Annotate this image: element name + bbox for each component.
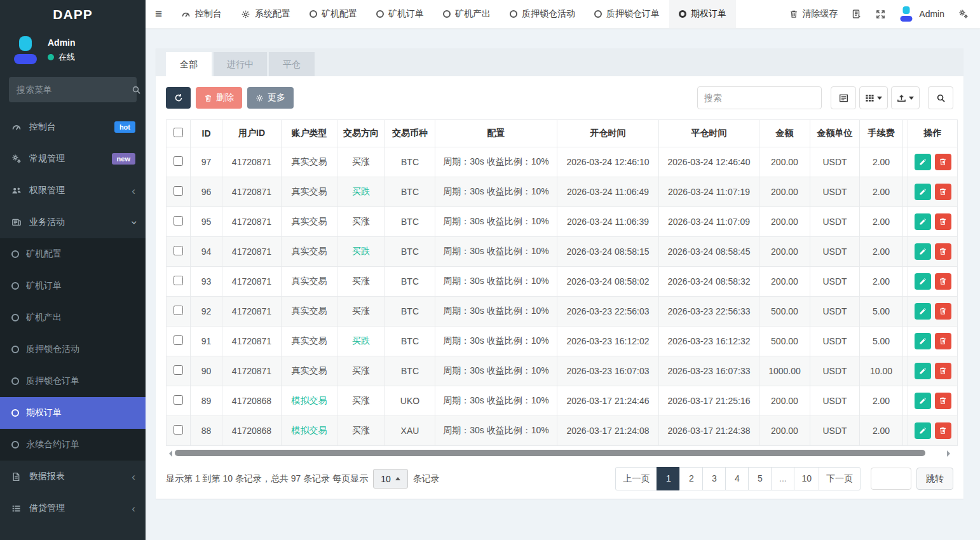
- row-delete-button[interactable]: [935, 393, 951, 409]
- scroll-right-icon[interactable]: [947, 450, 953, 457]
- search-icon[interactable]: [132, 85, 141, 95]
- row-checkbox[interactable]: [174, 335, 183, 345]
- row-delete-button[interactable]: [935, 273, 951, 290]
- pencil-icon: [919, 427, 927, 435]
- sidebar-item-business[interactable]: 业务活动 ‹: [0, 206, 146, 238]
- edit-button[interactable]: [915, 393, 931, 409]
- row-delete-button[interactable]: [935, 363, 951, 379]
- page-number[interactable]: 2: [679, 467, 703, 490]
- clear-cache-button[interactable]: 清除缓存: [789, 8, 838, 20]
- page-number[interactable]: 3: [702, 467, 726, 490]
- sidebar-subitem[interactable]: 矿机配置: [0, 238, 146, 270]
- page-next[interactable]: 下一页: [819, 467, 861, 490]
- page-number[interactable]: 10: [794, 467, 819, 490]
- edit-button[interactable]: [915, 422, 931, 439]
- edit-button[interactable]: [915, 154, 931, 170]
- row-delete-button[interactable]: [935, 422, 951, 439]
- sidebar-item-dashboard[interactable]: 控制台 hot: [0, 111, 146, 143]
- topnav-item[interactable]: 矿机配置: [300, 0, 367, 28]
- export-button[interactable]: [891, 86, 920, 109]
- cell-amount: 500.00: [759, 327, 810, 356]
- sidebar-subitem[interactable]: 永续合约订单: [0, 429, 146, 461]
- sidebar-subitem[interactable]: 质押锁仓订单: [0, 365, 146, 397]
- circle-icon: [11, 346, 19, 353]
- row-checkbox[interactable]: [174, 186, 183, 196]
- delete-button[interactable]: 删除: [196, 87, 242, 109]
- row-delete-button[interactable]: [935, 303, 951, 320]
- tab[interactable]: 全部: [166, 52, 212, 76]
- sidebar: DAPP Admin 在线 控制台 hot 常规管理 new 权限管理 ‹: [0, 0, 146, 540]
- more-button[interactable]: 更多: [247, 87, 294, 109]
- row-checkbox[interactable]: [174, 365, 183, 375]
- sidebar-item-general[interactable]: 常规管理 new: [0, 143, 146, 175]
- row-delete-button[interactable]: [935, 213, 951, 230]
- sidebar-subitem[interactable]: 矿机订单: [0, 270, 146, 302]
- edit-button[interactable]: [915, 273, 931, 290]
- refresh-button[interactable]: [166, 87, 191, 109]
- sidebar-item-permissions[interactable]: 权限管理 ‹: [0, 175, 146, 206]
- row-checkbox[interactable]: [174, 156, 183, 166]
- log-icon[interactable]: [852, 9, 862, 19]
- topnav-item[interactable]: 控制台: [172, 0, 231, 28]
- page-prev[interactable]: 上一页: [615, 467, 657, 490]
- page-size-select[interactable]: 10: [373, 469, 408, 489]
- sidebar-item-lending[interactable]: 借贷管理 ‹: [0, 492, 146, 524]
- row-delete-button[interactable]: [935, 154, 951, 170]
- fullscreen-icon[interactable]: [876, 10, 885, 19]
- tab[interactable]: 进行中: [214, 52, 267, 76]
- edit-button[interactable]: [915, 333, 931, 349]
- cell-account: 真实交易: [282, 177, 337, 207]
- jump-button[interactable]: 跳转: [916, 468, 953, 490]
- edit-button[interactable]: [915, 303, 931, 320]
- sidebar-subitem[interactable]: 质押锁仓活动: [0, 334, 146, 365]
- row-checkbox[interactable]: [174, 306, 183, 315]
- cell-coin: BTC: [385, 267, 435, 297]
- page-number[interactable]: 4: [725, 467, 749, 490]
- detail-view-button[interactable]: [831, 86, 856, 109]
- table-search-input[interactable]: [697, 86, 822, 109]
- select-all-checkbox[interactable]: [174, 128, 183, 137]
- table-row: 9541720871真实交易买涨BTC周期：30s 收益比例：10%2026-0…: [167, 207, 958, 237]
- jump-page-input[interactable]: [871, 468, 911, 490]
- advanced-search-button[interactable]: [928, 86, 953, 109]
- row-delete-button[interactable]: [935, 333, 951, 349]
- row-delete-button[interactable]: [935, 184, 951, 200]
- scroll-left-icon[interactable]: [166, 450, 172, 457]
- edit-button[interactable]: [915, 243, 931, 260]
- sidebar-subitem[interactable]: 期权订单: [0, 397, 146, 429]
- row-checkbox[interactable]: [174, 395, 183, 405]
- row-checkbox[interactable]: [174, 276, 183, 285]
- settings-gears-icon[interactable]: [958, 9, 969, 19]
- row-checkbox[interactable]: [174, 216, 183, 226]
- tab[interactable]: 平仓: [269, 52, 315, 76]
- cell-user_id: 41720868: [222, 386, 282, 416]
- topnav-item[interactable]: 期权订单: [669, 0, 736, 28]
- sidebar-search[interactable]: [9, 77, 137, 102]
- edit-button[interactable]: [915, 363, 931, 379]
- topnav-item[interactable]: 矿机产出: [433, 0, 500, 28]
- edit-button[interactable]: [915, 213, 931, 230]
- page-number[interactable]: 1: [657, 467, 680, 490]
- topnav-item[interactable]: 矿机订单: [367, 0, 433, 28]
- scrollbar-thumb[interactable]: [175, 450, 925, 456]
- table-wrap: ID用户ID账户类型交易方向交易币种配置开仓时间平仓时间金额金额单位手续费操作 …: [156, 119, 963, 446]
- sidebar-search-input[interactable]: [17, 84, 132, 95]
- row-checkbox[interactable]: [174, 425, 183, 435]
- cell-config: 周期：30s 收益比例：10%: [435, 237, 557, 267]
- topnav-label: 系统配置: [255, 8, 290, 20]
- topnav-item[interactable]: 质押锁仓订单: [585, 0, 669, 28]
- cell-id: 96: [191, 177, 222, 207]
- sidebar-item-reports[interactable]: 数据报表 ‹: [0, 461, 146, 492]
- edit-button[interactable]: [915, 184, 931, 200]
- topnav-item[interactable]: 系统配置: [231, 0, 300, 28]
- horizontal-scrollbar[interactable]: [166, 449, 953, 457]
- hamburger-icon[interactable]: ≡: [146, 0, 172, 28]
- page-number[interactable]: 5: [748, 467, 772, 490]
- sidebar-subitem[interactable]: 矿机产出: [0, 302, 146, 334]
- row-delete-button[interactable]: [935, 243, 951, 260]
- pencil-icon: [919, 307, 927, 315]
- row-checkbox[interactable]: [174, 246, 183, 255]
- user-menu[interactable]: Admin: [899, 6, 944, 22]
- topnav-item[interactable]: 质押锁仓活动: [500, 0, 585, 28]
- columns-button[interactable]: [859, 86, 888, 109]
